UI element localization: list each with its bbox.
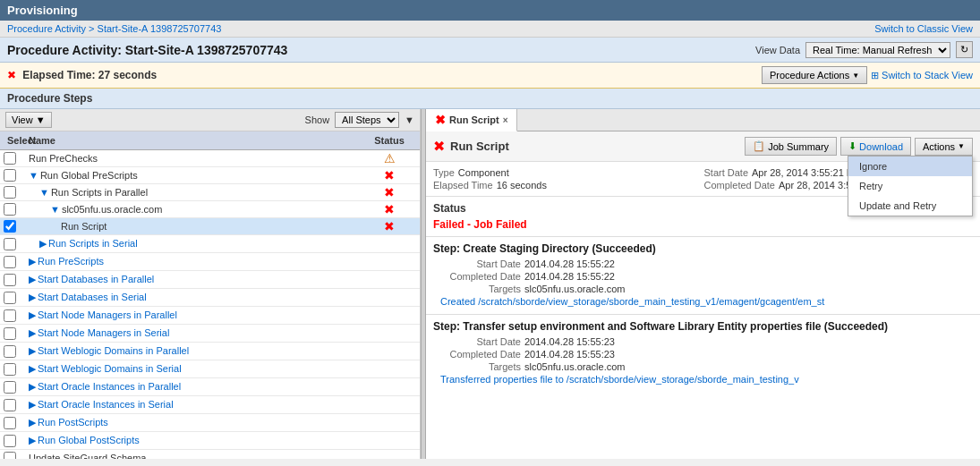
expand-icon[interactable]: ▶: [29, 381, 36, 392]
row-16-checkbox[interactable]: [4, 417, 16, 429]
refresh-button[interactable]: ↻: [956, 41, 973, 58]
row-11-checkbox[interactable]: [4, 327, 16, 340]
row-18-checkbox[interactable]: [4, 452, 16, 459]
row-4-checkbox[interactable]: [4, 203, 16, 216]
dropdown-item-update-retry[interactable]: Update and Retry: [848, 196, 972, 216]
warning-icon: ⚠: [384, 151, 396, 165]
row-5-checkbox[interactable]: [4, 220, 16, 233]
step2-title: Step: Transfer setup environment and Sof…: [433, 320, 973, 333]
tab-close-button[interactable]: ×: [503, 115, 508, 125]
job-summary-button[interactable]: 📋 Job Summary: [745, 137, 837, 156]
row-4-name: ▼slc05nfu.us.oracle.com: [25, 202, 362, 216]
view-label: View ▼: [12, 114, 46, 125]
step2-completed-date-row: Completed Date 2014.04.28 15:55:23: [440, 349, 973, 360]
expand-icon[interactable]: ▶: [29, 435, 36, 445]
row-1-status: ⚠: [362, 151, 416, 165]
row-6-checkbox[interactable]: [4, 238, 16, 250]
view-button[interactable]: View ▼: [5, 112, 52, 128]
row-14-checkbox[interactable]: [4, 381, 16, 394]
tab-run-script[interactable]: ✖ Run Script ×: [426, 109, 517, 131]
row-9-name: ▶Start Databases in Serial: [25, 290, 362, 305]
row-8-checkbox[interactable]: [4, 274, 16, 286]
procedure-actions-label: Procedure Actions: [770, 70, 849, 80]
breadcrumb-current: Start-Site-A 1398725707743: [98, 23, 222, 34]
meta-type: Type Component: [433, 167, 703, 178]
action-buttons: Procedure Actions ▼ ⊞ Switch to Stack Vi…: [762, 66, 973, 84]
row-11-name: ▶Start Node Managers in Serial: [25, 326, 362, 341]
completed-date-label: Completed Date: [704, 180, 776, 191]
expand-icon[interactable]: ▶: [29, 274, 36, 284]
expand-icon[interactable]: ▼: [39, 187, 49, 198]
show-select[interactable]: All Steps: [335, 112, 399, 128]
main-content: View ▼ Show All Steps ▼ Select Name Stat…: [0, 109, 980, 459]
steps-table: Select Name Status Run PreChecks ⚠ ▼Run …: [0, 131, 420, 459]
page-title: Procedure Activity: Start-Site-A 1398725…: [7, 43, 287, 57]
show-label: Show: [305, 114, 330, 125]
expand-icon[interactable]: ▶: [29, 399, 36, 410]
error-icon: ✖: [384, 185, 395, 199]
dropdown-item-ignore[interactable]: Ignore: [848, 157, 972, 176]
download-label: Download: [859, 141, 903, 152]
tab-label: Run Script: [449, 114, 499, 125]
procedure-actions-wrapper: Procedure Actions ▼: [762, 66, 867, 84]
switch-stack-view-button[interactable]: ⊞ Switch to Stack View: [871, 70, 973, 81]
expand-icon[interactable]: ▶: [29, 327, 36, 338]
start-date-label: Start Date: [704, 167, 749, 178]
dropdown-item-retry[interactable]: Retry: [848, 176, 972, 196]
row-9-checkbox[interactable]: [4, 292, 16, 304]
view-data-label: View Data: [755, 45, 800, 55]
row-14-name: ▶Start Oracle Instances in Parallel: [25, 379, 362, 394]
switch-classic-link[interactable]: Switch to Classic View: [874, 23, 973, 34]
step1-start-date-value: 2014.04.28 15:55:22: [524, 258, 615, 269]
expand-icon[interactable]: ▶: [29, 292, 36, 302]
table-row: ▶Start Databases in Serial: [0, 289, 420, 307]
row-17-name: ▶Run Global PostScripts: [25, 433, 362, 448]
row-7-checkbox[interactable]: [4, 256, 16, 268]
download-icon: ⬇: [848, 140, 856, 152]
breadcrumb-link[interactable]: Procedure Activity: [7, 23, 86, 34]
expand-icon[interactable]: ▼: [50, 204, 60, 215]
job-summary-icon: 📋: [753, 140, 765, 152]
table-row: ▶Start Oracle Instances in Parallel: [0, 378, 420, 396]
row-2-status: ✖: [362, 168, 416, 182]
procedure-steps-bar: Procedure Steps: [0, 89, 980, 109]
expand-icon[interactable]: ▶: [29, 363, 36, 374]
row-10-checkbox[interactable]: [4, 309, 16, 322]
expand-icon[interactable]: ▶: [29, 417, 36, 428]
step1-completed-date-value: 2014.04.28 15:55:22: [524, 271, 615, 282]
expand-icon[interactable]: ▶: [29, 345, 36, 356]
step1-meta: Start Date 2014.04.28 15:55:22 Completed…: [433, 258, 973, 294]
expand-icon[interactable]: ▼: [29, 170, 38, 181]
procedure-steps-title: Procedure Steps: [7, 92, 92, 105]
table-row: Run PreChecks ⚠: [0, 150, 420, 167]
right-scroll[interactable]: Status Failed - Job Failed Step: Create …: [426, 197, 980, 459]
step2-targets-row: Targets slc05nfu.us.oracle.com: [440, 361, 973, 372]
step2-link[interactable]: Transferred properties file to /scratch/…: [433, 372, 973, 386]
refresh-select[interactable]: Real Time: Manual Refresh: [805, 42, 950, 58]
row-1-checkbox[interactable]: [4, 152, 16, 165]
row-3-checkbox[interactable]: [4, 186, 16, 199]
table-row: ▼slc05nfu.us.oracle.com ✖: [0, 201, 420, 218]
row-2-checkbox[interactable]: [4, 169, 16, 182]
row-12-name: ▶Start Weblogic Domains in Parallel: [25, 343, 362, 359]
procedure-actions-chevron: ▼: [852, 72, 859, 80]
elapsed-label: Elapsed Time: [433, 180, 493, 191]
row-15-checkbox[interactable]: [4, 399, 16, 411]
step1-link[interactable]: Created /scratch/sborde/view_storage/sbo…: [433, 294, 973, 309]
step1-detail: Step: Create Staging Directory (Succeede…: [426, 237, 980, 315]
row-3-status: ✖: [362, 185, 416, 199]
expand-icon[interactable]: ▶: [39, 238, 47, 249]
row-13-checkbox[interactable]: [4, 363, 16, 376]
step1-targets-value: slc05nfu.us.oracle.com: [524, 284, 626, 294]
row-17-checkbox[interactable]: [4, 435, 16, 447]
procedure-actions-button[interactable]: Procedure Actions ▼: [762, 66, 867, 84]
breadcrumb-separator: >: [89, 23, 94, 34]
step1-start-date-row: Start Date 2014.04.28 15:55:22: [440, 258, 973, 269]
expand-icon[interactable]: ▶: [29, 309, 36, 320]
table-row: ▼Run Global PreScripts ✖: [0, 167, 420, 184]
row-12-checkbox[interactable]: [4, 345, 16, 358]
download-button[interactable]: ⬇ Download: [840, 137, 911, 156]
actions-button[interactable]: Actions ▼: [915, 138, 973, 156]
expand-icon[interactable]: ▶: [29, 256, 36, 267]
row-10-name: ▶Start Node Managers in Parallel: [25, 308, 362, 323]
